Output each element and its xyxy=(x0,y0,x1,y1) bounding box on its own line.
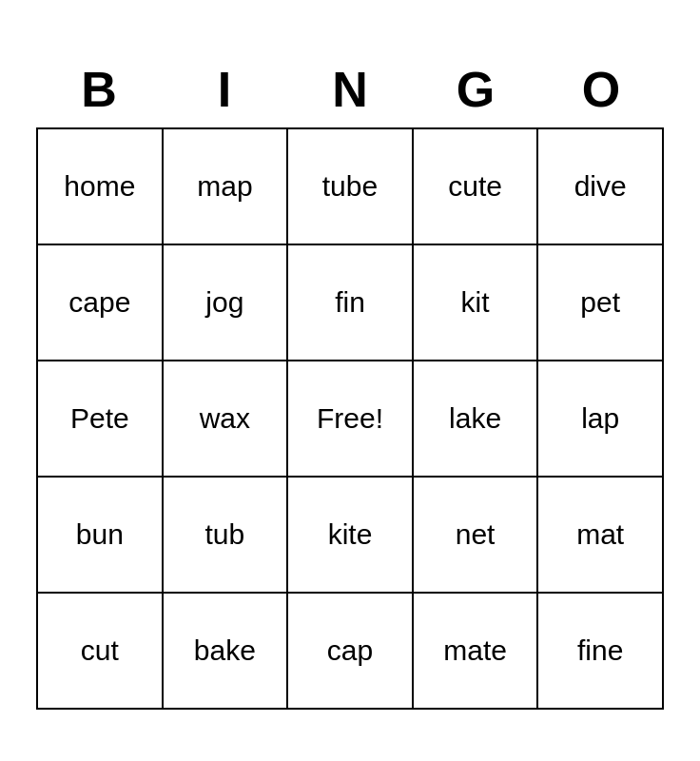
header-letter-i: I xyxy=(162,51,287,127)
bingo-cell-2-3[interactable]: lake xyxy=(414,361,539,476)
bingo-cell-1-0[interactable]: cape xyxy=(38,245,164,360)
bingo-cell-0-2[interactable]: tube xyxy=(288,129,414,244)
bingo-cell-1-1[interactable]: jog xyxy=(164,245,289,360)
bingo-row-4: cutbakecapmatefine xyxy=(38,594,662,708)
bingo-card: BINGO homemaptubecutedivecapejogfinkitpe… xyxy=(17,32,683,729)
bingo-cell-3-2[interactable]: kite xyxy=(288,478,414,592)
bingo-cell-3-1[interactable]: tub xyxy=(164,478,289,592)
header-letter-b: B xyxy=(36,51,162,127)
bingo-cell-4-1[interactable]: bake xyxy=(164,594,289,708)
bingo-header: BINGO xyxy=(36,51,664,127)
bingo-cell-4-3[interactable]: mate xyxy=(414,594,539,708)
bingo-cell-3-3[interactable]: net xyxy=(414,478,539,592)
bingo-cell-1-4[interactable]: pet xyxy=(538,245,662,360)
bingo-cell-1-3[interactable]: kit xyxy=(414,245,539,360)
bingo-cell-2-4[interactable]: lap xyxy=(538,361,662,476)
bingo-cell-1-2[interactable]: fin xyxy=(288,245,414,360)
bingo-cell-0-0[interactable]: home xyxy=(38,129,164,244)
bingo-cell-3-0[interactable]: bun xyxy=(38,478,164,592)
bingo-cell-2-0[interactable]: Pete xyxy=(38,361,164,476)
bingo-row-1: capejogfinkitpet xyxy=(38,245,662,361)
bingo-cell-3-4[interactable]: mat xyxy=(538,478,662,592)
bingo-cell-4-4[interactable]: fine xyxy=(538,594,662,708)
bingo-cell-4-0[interactable]: cut xyxy=(38,594,164,708)
bingo-row-3: buntubkitenetmat xyxy=(38,478,662,594)
header-letter-n: N xyxy=(287,51,413,127)
header-letter-g: G xyxy=(413,51,538,127)
bingo-cell-0-3[interactable]: cute xyxy=(414,129,539,244)
bingo-cell-2-1[interactable]: wax xyxy=(164,361,289,476)
bingo-row-2: PetewaxFree!lakelap xyxy=(38,361,662,478)
header-letter-o: O xyxy=(538,51,664,127)
bingo-cell-0-1[interactable]: map xyxy=(164,129,289,244)
bingo-cell-4-2[interactable]: cap xyxy=(288,594,414,708)
bingo-cell-2-2[interactable]: Free! xyxy=(288,361,414,476)
bingo-row-0: homemaptubecutedive xyxy=(38,129,662,245)
bingo-grid: homemaptubecutedivecapejogfinkitpetPetew… xyxy=(36,127,664,710)
bingo-cell-0-4[interactable]: dive xyxy=(538,129,662,244)
